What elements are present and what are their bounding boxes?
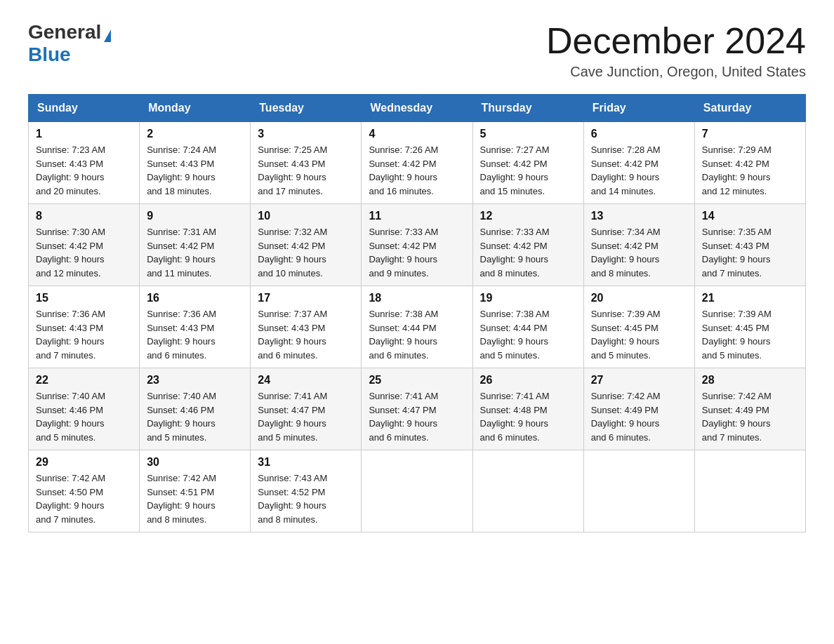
sunrise-text: Sunrise: 7:36 AM — [147, 309, 216, 319]
sunset-text: Sunset: 4:43 PM — [36, 159, 103, 169]
day-info: Sunrise: 7:40 AMSunset: 4:46 PMDaylight:… — [147, 389, 243, 444]
sunset-text: Sunset: 4:42 PM — [480, 241, 548, 251]
day-number: 4 — [369, 128, 465, 140]
daylight-text-line1: Daylight: 9 hours — [36, 336, 105, 347]
day-info: Sunrise: 7:29 AMSunset: 4:42 PMDaylight:… — [702, 143, 798, 198]
sunrise-text: Sunrise: 7:33 AM — [480, 227, 550, 237]
day-number: 8 — [36, 210, 132, 222]
calendar-cell: 4Sunrise: 7:26 AMSunset: 4:42 PMDaylight… — [362, 122, 472, 204]
daylight-text-line2: and 10 minutes. — [258, 268, 323, 279]
daylight-text-line2: and 5 minutes. — [36, 432, 95, 443]
sunset-text: Sunset: 4:43 PM — [147, 159, 214, 169]
day-info: Sunrise: 7:31 AMSunset: 4:42 PMDaylight:… — [147, 225, 243, 280]
calendar-cell: 1Sunrise: 7:23 AMSunset: 4:43 PMDaylight… — [29, 122, 140, 204]
day-number: 25 — [369, 374, 465, 387]
day-number: 18 — [369, 292, 465, 304]
sunrise-text: Sunrise: 7:40 AM — [147, 391, 216, 401]
day-info: Sunrise: 7:41 AMSunset: 4:47 PMDaylight:… — [369, 389, 465, 444]
daylight-text-line1: Daylight: 9 hours — [258, 172, 326, 182]
sunset-text: Sunset: 4:49 PM — [702, 405, 769, 415]
calendar-cell: 6Sunrise: 7:28 AMSunset: 4:42 PMDaylight… — [583, 122, 694, 204]
sunrise-text: Sunrise: 7:25 AM — [258, 145, 327, 155]
col-header-tuesday: Tuesday — [251, 95, 362, 122]
daylight-text-line1: Daylight: 9 hours — [480, 418, 549, 429]
day-number: 28 — [702, 374, 798, 387]
daylight-text-line1: Daylight: 9 hours — [147, 500, 216, 511]
sunrise-text: Sunrise: 7:31 AM — [147, 227, 216, 237]
sunrise-text: Sunrise: 7:43 AM — [258, 473, 327, 483]
sunset-text: Sunset: 4:43 PM — [258, 159, 325, 169]
daylight-text-line2: and 9 minutes. — [369, 268, 428, 279]
day-info: Sunrise: 7:38 AMSunset: 4:44 PMDaylight:… — [480, 307, 576, 362]
sunset-text: Sunset: 4:45 PM — [702, 323, 769, 333]
day-info: Sunrise: 7:26 AMSunset: 4:42 PMDaylight:… — [369, 143, 465, 198]
calendar-cell: 10Sunrise: 7:32 AMSunset: 4:42 PMDayligh… — [251, 204, 362, 286]
daylight-text-line1: Daylight: 9 hours — [36, 418, 105, 429]
calendar-cell: 5Sunrise: 7:27 AMSunset: 4:42 PMDaylight… — [472, 122, 583, 204]
sunrise-text: Sunrise: 7:39 AM — [591, 309, 661, 319]
col-header-saturday: Saturday — [694, 95, 805, 122]
calendar-cell: 2Sunrise: 7:24 AMSunset: 4:43 PMDaylight… — [140, 122, 251, 204]
sunrise-text: Sunrise: 7:26 AM — [369, 145, 438, 155]
sunset-text: Sunset: 4:42 PM — [369, 159, 436, 169]
day-info: Sunrise: 7:33 AMSunset: 4:42 PMDaylight:… — [480, 225, 576, 280]
day-number: 13 — [591, 210, 687, 222]
day-info: Sunrise: 7:23 AMSunset: 4:43 PMDaylight:… — [36, 143, 132, 198]
calendar-cell: 13Sunrise: 7:34 AMSunset: 4:42 PMDayligh… — [583, 204, 694, 286]
sunrise-text: Sunrise: 7:42 AM — [702, 391, 772, 401]
sunrise-text: Sunrise: 7:35 AM — [702, 227, 772, 237]
calendar-cell: 11Sunrise: 7:33 AMSunset: 4:42 PMDayligh… — [362, 204, 472, 286]
daylight-text-line2: and 12 minutes. — [36, 268, 101, 279]
calendar-table: SundayMondayTuesdayWednesdayThursdayFrid… — [28, 94, 806, 532]
sunset-text: Sunset: 4:42 PM — [702, 159, 769, 169]
daylight-text-line1: Daylight: 9 hours — [591, 418, 660, 429]
daylight-text-line1: Daylight: 9 hours — [258, 500, 326, 511]
day-number: 12 — [480, 210, 576, 222]
calendar-cell: 17Sunrise: 7:37 AMSunset: 4:43 PMDayligh… — [251, 286, 362, 368]
daylight-text-line1: Daylight: 9 hours — [369, 336, 437, 347]
sunset-text: Sunset: 4:44 PM — [369, 323, 436, 333]
col-header-friday: Friday — [583, 95, 694, 122]
day-info: Sunrise: 7:25 AMSunset: 4:43 PMDaylight:… — [258, 143, 354, 198]
day-info: Sunrise: 7:42 AMSunset: 4:49 PMDaylight:… — [591, 389, 687, 444]
sunrise-text: Sunrise: 7:33 AM — [369, 227, 438, 237]
sunrise-text: Sunrise: 7:38 AM — [369, 309, 438, 319]
sunset-text: Sunset: 4:48 PM — [480, 405, 548, 415]
sunset-text: Sunset: 4:50 PM — [36, 487, 103, 497]
daylight-text-line1: Daylight: 9 hours — [36, 500, 105, 511]
daylight-text-line2: and 16 minutes. — [369, 186, 434, 196]
sunset-text: Sunset: 4:43 PM — [36, 323, 103, 333]
daylight-text-line1: Daylight: 9 hours — [702, 172, 771, 182]
day-number: 31 — [258, 456, 354, 469]
day-info: Sunrise: 7:43 AMSunset: 4:52 PMDaylight:… — [258, 471, 354, 526]
day-number: 3 — [258, 128, 354, 140]
daylight-text-line2: and 11 minutes. — [147, 268, 212, 279]
calendar-cell: 21Sunrise: 7:39 AMSunset: 4:45 PMDayligh… — [694, 286, 805, 368]
daylight-text-line2: and 6 minutes. — [591, 432, 651, 443]
sunrise-text: Sunrise: 7:32 AM — [258, 227, 327, 237]
month-title: December 2024 — [546, 21, 806, 61]
daylight-text-line2: and 17 minutes. — [258, 186, 323, 196]
calendar-cell: 14Sunrise: 7:35 AMSunset: 4:43 PMDayligh… — [694, 204, 805, 286]
sunrise-text: Sunrise: 7:27 AM — [480, 145, 550, 155]
daylight-text-line2: and 7 minutes. — [36, 350, 95, 361]
day-info: Sunrise: 7:24 AMSunset: 4:43 PMDaylight:… — [147, 143, 243, 198]
day-number: 19 — [480, 292, 576, 304]
day-info: Sunrise: 7:41 AMSunset: 4:48 PMDaylight:… — [480, 389, 576, 444]
daylight-text-line2: and 6 minutes. — [369, 350, 428, 361]
logo-blue-row: Blue — [28, 43, 71, 66]
daylight-text-line1: Daylight: 9 hours — [258, 336, 326, 347]
day-number: 30 — [147, 456, 243, 469]
sunrise-text: Sunrise: 7:37 AM — [258, 309, 327, 319]
daylight-text-line2: and 14 minutes. — [591, 186, 656, 196]
day-info: Sunrise: 7:37 AMSunset: 4:43 PMDaylight:… — [258, 307, 354, 362]
sunrise-text: Sunrise: 7:40 AM — [36, 391, 105, 401]
sunset-text: Sunset: 4:42 PM — [147, 241, 214, 251]
daylight-text-line2: and 5 minutes. — [480, 350, 540, 361]
day-info: Sunrise: 7:39 AMSunset: 4:45 PMDaylight:… — [591, 307, 687, 362]
calendar-cell: 29Sunrise: 7:42 AMSunset: 4:50 PMDayligh… — [29, 450, 140, 532]
sunrise-text: Sunrise: 7:41 AM — [369, 391, 438, 401]
calendar-cell: 31Sunrise: 7:43 AMSunset: 4:52 PMDayligh… — [251, 450, 362, 532]
day-number: 11 — [369, 210, 465, 222]
daylight-text-line1: Daylight: 9 hours — [147, 336, 216, 347]
